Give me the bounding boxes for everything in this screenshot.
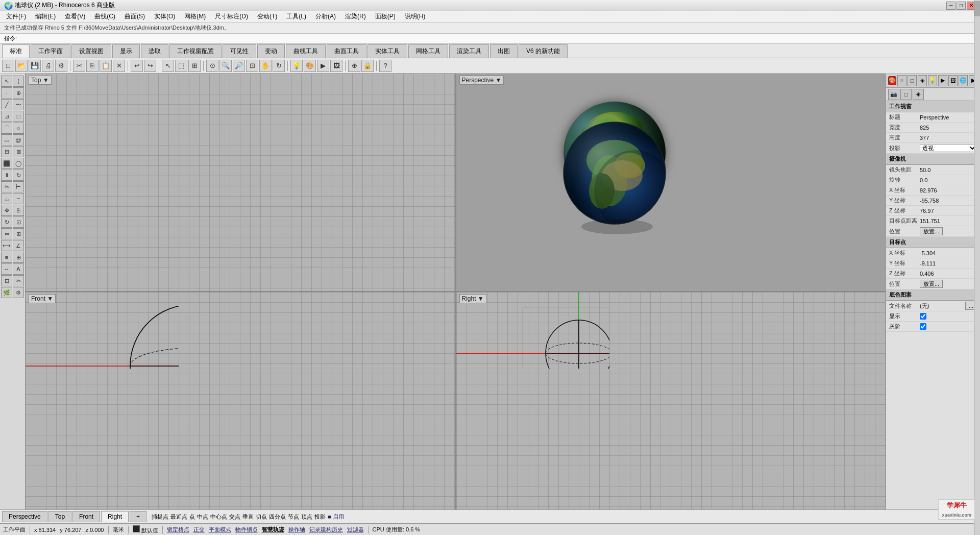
lt-hatch[interactable]: ⊟ (1, 275, 12, 286)
select-window-button[interactable]: ⬚ (175, 60, 187, 72)
tab-curve-tools[interactable]: 曲线工具 (286, 44, 326, 58)
redo-button[interactable]: ↪ (144, 60, 156, 72)
select-button[interactable]: ↖ (162, 60, 174, 72)
snap-point[interactable]: 点 (189, 513, 195, 521)
snap-project[interactable]: 投影 (314, 513, 326, 521)
lt-distance[interactable]: ⟷ (1, 240, 12, 251)
lt-angle[interactable]: ∠ (13, 240, 24, 251)
material-button[interactable]: 🎨 (304, 60, 316, 72)
viewport-right[interactable]: Right ▼ Z Y (456, 292, 886, 509)
command-input[interactable] (17, 36, 170, 42)
lt-select[interactable]: ↖ (1, 76, 12, 87)
status-ortho[interactable]: 正交 (193, 526, 205, 533)
btab-perspective[interactable]: Perspective (2, 511, 47, 522)
tab-v6-new[interactable]: V6 的新功能 (519, 44, 568, 58)
zoom-in-button[interactable]: 🔍 (219, 60, 232, 72)
minimize-button[interactable]: ─ (946, 2, 955, 10)
perspective-dropdown-icon[interactable]: ▼ (496, 77, 502, 84)
right-dropdown-icon[interactable]: ▼ (478, 295, 484, 302)
status-opaxis[interactable]: 操作轴 (288, 526, 305, 533)
menu-mesh[interactable]: 网格(M) (180, 11, 210, 22)
lt-grasshopper[interactable]: 🌿 (1, 287, 12, 298)
status-filter[interactable]: 过滤器 (347, 526, 364, 533)
cut-button[interactable]: ✂ (73, 60, 85, 72)
tab-transform[interactable]: 变动 (257, 44, 285, 58)
lt-freeform[interactable]: ⌓ (1, 134, 12, 145)
undo-button[interactable]: ↩ (131, 60, 143, 72)
right-viewport-label[interactable]: Right ▼ (459, 294, 486, 303)
snap-vertex[interactable]: 顶点 (301, 513, 312, 521)
rp-texture-btn[interactable]: 🖼 (948, 75, 958, 86)
snap-knot[interactable]: 节点 (288, 513, 299, 521)
tab-viewport-config[interactable]: 工作视窗配置 (169, 44, 222, 58)
lt-surface[interactable]: ⊟ (1, 146, 12, 157)
tab-display[interactable]: 显示 (112, 44, 140, 58)
front-dropdown-icon[interactable]: ▼ (47, 295, 53, 302)
rp-proj-select[interactable]: 透视 平行 (920, 144, 977, 152)
lt-clipping[interactable]: ✂ (13, 275, 24, 286)
lt-text[interactable]: A (13, 263, 24, 275)
status-history[interactable]: 记录建构历史 (309, 526, 343, 533)
menu-tools[interactable]: 工具(L) (282, 11, 310, 22)
rotate-view-button[interactable]: ↻ (273, 60, 285, 72)
menu-dim[interactable]: 尺寸标注(D) (211, 11, 252, 22)
status-smarttrack[interactable]: 智慧轨迹 (262, 526, 284, 533)
tab-print[interactable]: 出图 (490, 44, 518, 58)
viewport-perspective[interactable]: Perspective ▼ (456, 74, 886, 291)
front-viewport-label[interactable]: Front ▼ (29, 294, 56, 303)
lt-blend[interactable]: ~ (13, 193, 24, 204)
menu-surface[interactable]: 曲面(S) (120, 11, 149, 22)
menu-view[interactable]: 查看(V) (61, 11, 89, 22)
render-button[interactable]: ▶ (317, 60, 329, 72)
light-button[interactable]: 💡 (290, 60, 303, 72)
lt-scale[interactable]: ⊡ (13, 216, 24, 228)
rp-show-checkbox[interactable] (920, 313, 926, 320)
lt-surface2[interactable]: ⊠ (13, 146, 24, 157)
lt-layer[interactable]: ≡ (1, 252, 12, 263)
lt-rotate[interactable]: ↻ (1, 216, 12, 228)
top-viewport-label[interactable]: Top ▼ (29, 76, 52, 85)
pan-button[interactable]: ✋ (259, 60, 272, 72)
snap-enable[interactable]: ■ 启用 (328, 513, 344, 521)
menu-transform[interactable]: 变动(T) (253, 11, 281, 22)
snap-btn[interactable]: ⊕ (348, 60, 360, 72)
paste-button[interactable]: 📋 (100, 60, 112, 72)
top-dropdown-icon[interactable]: ▼ (43, 77, 49, 84)
lt-select2[interactable]: ⟨ (13, 76, 24, 87)
menu-panel[interactable]: 面板(P) (371, 11, 400, 22)
menu-help[interactable]: 说明(H) (401, 11, 430, 22)
lt-extrude[interactable]: ⬆ (1, 169, 12, 181)
maximize-button[interactable]: □ (957, 2, 966, 10)
lt-arc[interactable]: ⌒ (1, 123, 12, 134)
lock-btn[interactable]: 🔒 (361, 60, 374, 72)
rp-layer-btn[interactable]: ≡ (897, 75, 906, 86)
tab-solid-tools[interactable]: 实体工具 (368, 44, 407, 58)
btab-top[interactable]: Top (48, 511, 71, 522)
print-button[interactable]: 🖨 (42, 60, 54, 72)
snap-nearpoint[interactable]: 捕捉点 (152, 513, 168, 521)
rp-view-sub3[interactable]: ◈ (913, 89, 924, 100)
copy-button[interactable]: ⎘ (86, 60, 99, 72)
lt-point[interactable]: · (1, 87, 12, 99)
lt-copy[interactable]: ⎘ (13, 205, 24, 216)
perspective-viewport-label[interactable]: Perspective ▼ (459, 76, 504, 85)
delete-button[interactable]: ✕ (113, 60, 125, 72)
viewport-top[interactable]: Top ▼ Z X (26, 74, 455, 291)
tab-render-tools[interactable]: 渲染工具 (449, 44, 489, 58)
lt-circle[interactable]: ○ (13, 123, 24, 134)
tab-mesh-tools[interactable]: 网格工具 (408, 44, 448, 58)
rp-material-btn[interactable]: ◈ (918, 75, 927, 86)
new-button[interactable]: □ (2, 60, 14, 72)
menu-file[interactable]: 文件(F) (2, 11, 30, 22)
tab-visibility[interactable]: 可见性 (223, 44, 256, 58)
menu-edit[interactable]: 编辑(E) (31, 11, 60, 22)
menu-solid[interactable]: 实体(O) (150, 11, 179, 22)
lt-array[interactable]: ⊞ (13, 228, 24, 239)
lt-curve[interactable]: 〜 (13, 99, 24, 110)
options-button[interactable]: ⚙ (55, 60, 67, 72)
lt-box[interactable]: ⬛ (1, 158, 12, 169)
tab-select[interactable]: 选取 (141, 44, 168, 58)
snap-quad[interactable]: 四分点 (269, 513, 286, 521)
select-all-button[interactable]: ⊞ (188, 60, 201, 72)
rp-view-sub2[interactable]: □ (900, 89, 912, 100)
